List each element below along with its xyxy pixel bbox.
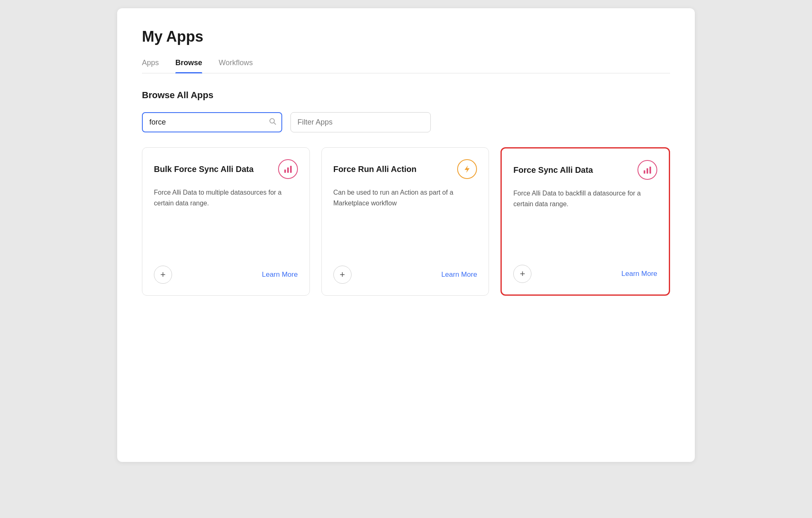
card-icon-1 [278,159,298,179]
card-title-3: Force Sync Alli Data [513,165,637,175]
card-footer-1: + Learn More [154,266,298,284]
learn-more-2[interactable]: Learn More [441,271,477,279]
tabs-bar: Apps Browse Workflows [142,59,670,73]
svg-rect-6 [644,170,645,174]
card-title-2: Force Run Alli Action [333,165,458,174]
card-footer-3: + Learn More [513,265,657,283]
add-button-3[interactable]: + [513,265,531,283]
card-desc-1: Force Alli Data to multiple datasources … [154,187,298,254]
card-title-1: Bulk Force Sync Alli Data [154,165,278,174]
card-header-3: Force Sync Alli Data [513,160,657,180]
card-bulk-force-sync: Bulk Force Sync Alli Data Force Alli Dat… [142,147,310,296]
card-desc-3: Force Alli Data to backfill a datasource… [513,188,657,253]
search-icon [269,118,276,127]
tab-workflows[interactable]: Workflows [219,59,253,73]
card-icon-3 [637,160,657,180]
learn-more-1[interactable]: Learn More [262,271,298,279]
main-container: My Apps Apps Browse Workflows Browse All… [117,8,695,462]
card-header-2: Force Run Alli Action [333,159,477,179]
cards-grid: Bulk Force Sync Alli Data Force Alli Dat… [142,147,670,296]
svg-line-1 [274,122,276,125]
tab-apps[interactable]: Apps [142,59,159,73]
card-force-sync: Force Sync Alli Data Force Alli Data to … [500,147,670,296]
svg-rect-4 [290,166,292,173]
card-force-run: Force Run Alli Action Can be used to run… [321,147,489,296]
search-input[interactable] [142,112,282,132]
card-footer-2: + Learn More [333,266,477,284]
search-row [142,112,670,132]
add-button-1[interactable]: + [154,266,172,284]
card-icon-2 [457,159,477,179]
add-button-2[interactable]: + [333,266,352,284]
card-header-1: Bulk Force Sync Alli Data [154,159,298,179]
svg-rect-8 [649,167,651,174]
filter-input[interactable] [290,112,431,132]
section-title: Browse All Apps [142,90,670,101]
svg-marker-5 [465,165,470,173]
svg-rect-7 [647,168,648,174]
page-title: My Apps [142,28,670,45]
svg-rect-3 [287,167,289,173]
tab-browse[interactable]: Browse [175,59,202,73]
learn-more-3[interactable]: Learn More [621,270,657,278]
search-wrapper [142,112,282,132]
svg-rect-2 [284,170,286,173]
card-desc-2: Can be used to run an Action as part of … [333,187,477,254]
